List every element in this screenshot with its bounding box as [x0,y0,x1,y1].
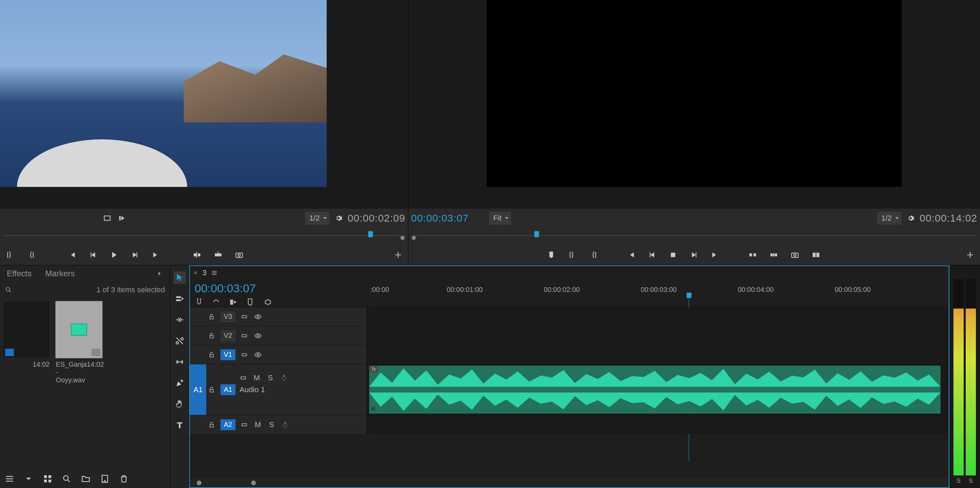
solo-right[interactable]: S [969,477,973,485]
add-button[interactable] [392,249,404,261]
mark-clip-icon[interactable] [102,212,113,224]
timeline-settings-icon[interactable] [263,298,272,307]
mark-out-button[interactable] [25,249,37,261]
mute-button[interactable]: M [252,373,262,383]
tab-effects[interactable]: Effects [7,269,32,278]
list-view-icon[interactable] [5,474,14,483]
program-timecode[interactable]: 00:00:03:07 [411,212,469,224]
track-content[interactable] [367,326,949,345]
close-sequence-icon[interactable]: × [193,268,198,277]
track-select-tool[interactable] [173,293,186,305]
extract-button[interactable] [768,249,780,261]
comparison-view-button[interactable] [810,249,822,261]
mark-in-button[interactable] [566,249,578,261]
fx-badge[interactable]: fx [370,366,378,372]
go-to-in-button[interactable] [66,249,78,261]
program-fit-select[interactable]: Fit [489,212,511,225]
track-content[interactable] [367,415,949,434]
source-patch[interactable]: A1 [190,364,206,415]
track-content[interactable]: fx R [367,364,949,415]
program-scrub-bar[interactable] [408,228,980,245]
go-to-in-button[interactable] [625,249,637,261]
audio-clip[interactable]: fx R [369,366,940,414]
source-viewer[interactable] [0,0,408,209]
track-label[interactable]: V2 [221,330,235,341]
go-to-out-button[interactable] [150,249,162,261]
mark-in-button[interactable] [4,249,16,261]
selection-tool[interactable] [173,271,186,284]
eye-icon[interactable] [253,331,263,341]
mute-button[interactable]: M [253,420,263,429]
lock-icon[interactable] [207,385,216,395]
timeline-ruler[interactable]: :00:00 00:00:01:00 00:00:02:00 00:00:03:… [367,280,949,307]
find-icon[interactable] [62,474,72,483]
insert-marker-icon[interactable] [116,212,128,224]
program-playhead-handle[interactable] [534,231,539,237]
source-zoom-select[interactable]: 1/2 [305,212,329,225]
program-zoom-select[interactable]: 1/2 [877,212,901,225]
lock-icon[interactable] [207,420,216,429]
program-viewer[interactable] [408,0,980,209]
pen-tool[interactable] [173,377,186,389]
timeline-timecode[interactable]: 00:00:03:07 [195,282,362,295]
mark-out-button[interactable] [588,249,599,261]
menu-dropdown-icon[interactable] [24,474,33,483]
source-timecode[interactable]: 00:00:02:09 [348,212,405,224]
timeline-playhead[interactable] [687,293,692,298]
marker-icon[interactable] [246,298,255,307]
voiceover-icon[interactable] [280,420,290,429]
stop-button[interactable] [667,249,679,261]
new-item-icon[interactable] [100,474,110,483]
add-marker-icon[interactable] [229,298,237,307]
voiceover-icon[interactable] [279,373,289,383]
icon-view-icon[interactable] [43,474,52,483]
sequence-tab[interactable]: 3 [202,268,207,277]
source-scrub-bar[interactable] [0,228,408,245]
export-frame-button[interactable] [789,249,801,261]
program-duration[interactable]: 00:00:14:02 [920,212,977,224]
solo-button[interactable]: S [267,420,276,429]
step-forward-button[interactable] [688,249,700,261]
sync-lock-icon[interactable] [240,420,249,429]
track-label[interactable]: A2 [221,419,235,430]
sync-lock-icon[interactable] [240,331,249,341]
tab-markers[interactable]: Markers [45,269,75,278]
track-label[interactable]: A1 [221,384,235,395]
source-settings-icon[interactable] [333,212,344,224]
lock-icon[interactable] [207,331,216,341]
track-content[interactable] [367,307,949,326]
ripple-edit-tool[interactable] [173,314,186,326]
bin-item-sequence[interactable]: 14:02 [3,301,50,386]
timeline-zoom-scroll[interactable] [190,478,949,487]
type-tool[interactable] [173,419,186,431]
sync-lock-icon[interactable] [239,373,248,383]
eye-icon[interactable] [253,350,263,360]
linked-selection-icon[interactable] [212,298,221,307]
new-bin-icon[interactable] [81,474,91,483]
add-marker-button[interactable] [546,249,557,261]
go-to-out-button[interactable] [710,249,721,261]
lock-icon[interactable] [207,350,216,360]
track-label[interactable]: V1 [221,349,235,360]
export-frame-button[interactable] [234,249,245,261]
sync-lock-icon[interactable] [240,350,249,360]
step-forward-button[interactable] [129,249,141,261]
snap-icon[interactable] [195,298,204,307]
program-settings-icon[interactable] [905,212,916,224]
solo-button[interactable]: S [266,373,275,383]
lift-button[interactable] [747,249,759,261]
insert-button[interactable] [191,249,203,261]
razor-tool[interactable] [173,335,186,347]
slip-tool[interactable] [173,356,186,368]
track-label[interactable]: V3 [221,311,235,322]
bin-item-audio[interactable]: ES_Ganja - Ooyy.wav14:02 [55,301,103,386]
track-content[interactable] [367,345,949,364]
play-button[interactable] [108,249,120,261]
hand-tool[interactable] [173,398,186,410]
solo-left[interactable]: S [956,477,961,485]
lock-icon[interactable] [207,312,216,322]
step-back-button[interactable] [87,249,99,261]
search-icon[interactable] [5,286,12,294]
overwrite-button[interactable] [212,249,224,261]
sync-lock-icon[interactable] [240,312,249,322]
